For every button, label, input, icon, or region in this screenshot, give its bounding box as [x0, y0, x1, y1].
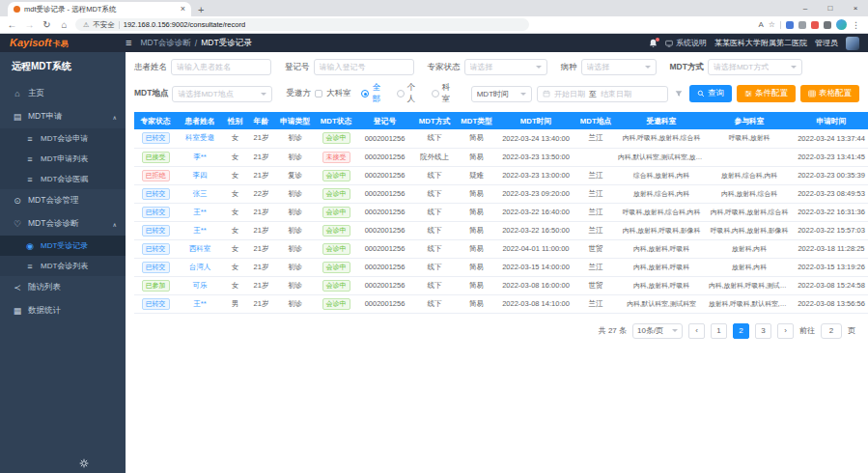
next-page-button[interactable]: ›: [777, 323, 794, 339]
sidebar-item-mdt-manage[interactable]: ⊙MDT会诊管理: [0, 189, 126, 212]
expert-status-select[interactable]: 请选择: [464, 59, 547, 75]
patient-name-link[interactable]: 张三: [193, 189, 208, 198]
table-cell: 2022-03-22 16:40:00: [496, 203, 575, 221]
column-header: MDT时间: [496, 112, 575, 129]
mdt-place-select[interactable]: 请选择MDT地点: [172, 86, 272, 102]
list-icon: ≡: [25, 262, 35, 271]
refresh-icon[interactable]: ↻: [41, 20, 53, 30]
sidebar-item-label: MDT申请: [28, 111, 62, 123]
browser-home-icon[interactable]: ⌂: [58, 20, 70, 30]
page-button-1[interactable]: 1: [711, 323, 727, 339]
breadcrumb-section[interactable]: MDT会诊诊断: [140, 38, 190, 49]
patient-name-link[interactable]: 王**: [193, 299, 206, 308]
sidebar-item-mdt-consult-order[interactable]: ≡MDT会诊医嘱: [0, 169, 126, 189]
patient-name-input[interactable]: [171, 59, 271, 75]
date-range-picker[interactable]: 开始日期 至 结束日期: [537, 86, 668, 102]
sidebar-item-mdt-consult-apply[interactable]: ≡MDT会诊申请: [0, 128, 126, 149]
radio-option-2[interactable]: 科室: [432, 82, 458, 105]
window-maximize-button[interactable]: □: [818, 0, 843, 16]
mdt-status-badge: 会诊中: [322, 280, 350, 292]
condition-config-button[interactable]: 条件配置: [737, 85, 796, 102]
forward-icon[interactable]: →: [23, 20, 36, 30]
page-size-select[interactable]: 10条/页: [632, 323, 683, 339]
patient-name-link[interactable]: 王**: [193, 208, 206, 216]
patient-name-link[interactable]: 可乐: [193, 281, 208, 290]
radio-option-0[interactable]: 全部: [361, 82, 387, 105]
url-bar[interactable]: ⚠ 不安全 192.168.0.156:9002/consultate/reco…: [75, 18, 529, 31]
mdt-time-select[interactable]: MDT时间: [471, 86, 532, 102]
mdt-status-badge: 会诊中: [322, 188, 350, 200]
back-icon[interactable]: ←: [6, 20, 18, 30]
table-cell: 0002001256: [357, 184, 412, 203]
table-config-button[interactable]: 表格配置: [800, 85, 859, 102]
table-cell: 已接受: [134, 148, 177, 166]
table-cell: 李四: [177, 166, 223, 184]
window-close-button[interactable]: ×: [843, 0, 868, 16]
extension-icon[interactable]: [824, 21, 831, 29]
table-cell: 女: [223, 221, 247, 239]
user-avatar[interactable]: [846, 37, 859, 50]
table-cell: 兰江: [575, 184, 616, 203]
patient-name-link[interactable]: 科室受邀: [185, 133, 214, 142]
sidebar-item-mdt-consult-list[interactable]: ≡MDT会诊列表: [0, 256, 126, 276]
share-icon: ≺: [13, 283, 22, 292]
table-cell: 内科,放射科,呼吸科: [616, 258, 707, 276]
table-cell: 可乐: [177, 276, 223, 294]
filter-icon[interactable]: [675, 90, 683, 97]
settings-gear-icon[interactable]: [79, 459, 89, 468]
sidebar-item-mdt-diagnosis[interactable]: ♡MDT会诊诊断∧: [0, 212, 126, 236]
table-cell: 简易: [457, 221, 496, 239]
table-cell: 已转交: [134, 184, 177, 203]
chevron-down-icon: [536, 66, 542, 69]
table-cell: 内科,呼吸科,放射科,综合科: [616, 129, 707, 148]
browser-tab[interactable]: mdt受诊记录 - 远程MDT系统 ×: [8, 2, 191, 16]
sliders-icon: [744, 90, 752, 97]
page-button-3[interactable]: 3: [755, 323, 771, 339]
sidebar-collapse-icon[interactable]: ≡: [126, 38, 131, 48]
reg-no-input[interactable]: [314, 59, 414, 75]
prev-page-button[interactable]: ‹: [688, 323, 705, 339]
sidebar-item-statistics[interactable]: ▦数据统计: [0, 299, 126, 322]
patient-name-link[interactable]: 李四: [193, 171, 208, 180]
patient-name-link[interactable]: 王**: [193, 226, 206, 235]
table-cell: 2022-03-24 13:40:00: [496, 129, 575, 148]
table-cell: 2022-03-22 15:57:03: [792, 221, 868, 239]
extension-icon[interactable]: [798, 21, 806, 29]
table-cell: 会诊中: [315, 239, 357, 258]
dept-checkbox[interactable]: [315, 90, 322, 97]
browser-profile-avatar[interactable]: [836, 19, 847, 30]
window-minimize-button[interactable]: –: [793, 0, 818, 16]
user-role[interactable]: 管理员: [815, 38, 838, 48]
patient-name-link[interactable]: 台湾人: [189, 263, 211, 271]
new-tab-button[interactable]: +: [198, 4, 204, 15]
extension-icon[interactable]: [811, 21, 819, 29]
radio-option-1[interactable]: 个人: [397, 82, 423, 105]
system-help-link[interactable]: 系统说明: [665, 38, 707, 48]
patient-name-link[interactable]: 李**: [193, 153, 206, 161]
browser-menu-icon[interactable]: ⋮: [852, 20, 860, 30]
sidebar-item-followup-list[interactable]: ≺随访列表: [0, 276, 126, 299]
goto-page-input[interactable]: [821, 323, 842, 339]
search-button[interactable]: 查询: [689, 85, 732, 102]
table-cell: 女: [223, 148, 247, 166]
sidebar-item-home[interactable]: ⌂主页: [0, 82, 126, 105]
table-cell: 会诊中: [315, 129, 357, 148]
reading-mode-icon[interactable]: A: [758, 20, 763, 29]
column-header: 专家状态: [134, 112, 177, 129]
tab-close-icon[interactable]: ×: [181, 5, 185, 14]
disease-select[interactable]: 请选择: [581, 59, 657, 75]
home-icon: ⌂: [13, 89, 22, 98]
patient-name-link[interactable]: 西科室: [189, 244, 211, 253]
extension-icon[interactable]: [786, 21, 794, 29]
table-cell: 兰江: [575, 294, 616, 313]
notification-bell-icon[interactable]: [649, 39, 658, 48]
sidebar-item-mdt-record[interactable]: ◉MDT受诊记录: [0, 236, 126, 256]
table-cell: 0002001256: [357, 294, 412, 313]
sidebar-item-mdt-apply[interactable]: ▤MDT申请∧: [0, 105, 126, 128]
mdt-mode-select[interactable]: 请选择MDT方式: [708, 59, 802, 75]
page-button-2[interactable]: 2: [733, 323, 749, 339]
table-cell: 放射科,内科: [707, 258, 792, 276]
sidebar-item-mdt-apply-list[interactable]: ≡MDT申请列表: [0, 149, 126, 169]
system-help-label: 系统说明: [676, 38, 707, 48]
bookmark-star-icon[interactable]: ☆: [769, 20, 775, 29]
